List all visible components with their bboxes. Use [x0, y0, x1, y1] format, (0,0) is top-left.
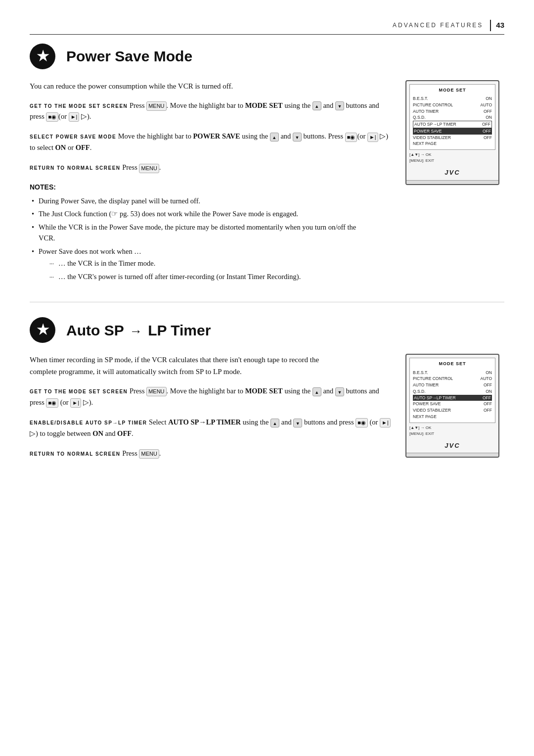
section2-header: ★ Auto SP → LP Timer: [30, 317, 504, 343]
screen-display-2: MODE SET B.E.S.T.ON PICTURE CONTROLAUTO …: [409, 358, 495, 423]
section1-header: ★ Power Save Mode: [30, 44, 504, 69]
note-sub-1: … the VCR is in the Timer mode.: [49, 258, 366, 269]
step3-label: RETURN TO NORMAL SCREEN: [30, 165, 121, 171]
section1-content: You can reduce the power consumption whi…: [30, 80, 504, 287]
page: ADVANCED FEATURES 43 ★ Power Save Mode Y…: [0, 0, 534, 756]
note-2: The Just Clock function (☞ pg. 53) does …: [30, 208, 366, 219]
screen1-row-nextpage: NEXT PAGE: [413, 141, 492, 147]
menu-icon: MENU: [146, 101, 166, 111]
section1-intro: You can reduce the power consumption whi…: [30, 80, 326, 92]
section1-step2: SELECT POWER SAVE MODE Move the highligh…: [30, 131, 391, 153]
screen1-row-best: B.E.S.T.ON: [413, 95, 492, 102]
section2-content: When timer recording in SP mode, if the …: [30, 354, 504, 468]
menu-icon2: MENU: [139, 164, 159, 173]
screen1-footer2: [MENU]: EXIT: [409, 158, 495, 164]
screen1-row-timer: AUTO TIMEROFF: [413, 108, 492, 115]
up-icon2: ▲: [270, 133, 279, 142]
section1-instructions: You can reduce the power consumption whi…: [30, 80, 391, 287]
screen-mockup-1: MODE SET B.E.S.T.ON PICTURE CONTROLAUTO …: [405, 80, 499, 185]
up-icon: ▲: [312, 101, 321, 110]
page-number: 43: [490, 20, 504, 31]
notes-list: During Power Save, the display panel wil…: [30, 195, 366, 282]
jvc-logo-2: JVC: [406, 441, 498, 451]
ok-icon2: ■◉: [345, 133, 357, 142]
notes-sub-list: … the VCR is in the Timer mode. … the VC…: [39, 258, 366, 282]
note-3: While the VCR is in the Power Save mode,…: [30, 222, 366, 244]
screen2-footer1: [▲▼] → OK: [409, 425, 495, 431]
section2-instructions: When timer recording in SP mode, if the …: [30, 354, 391, 468]
menu-icon-s2c: MENU: [139, 449, 159, 459]
up-icon-s2: ▲: [312, 387, 321, 396]
screen2-title: MODE SET: [413, 361, 492, 368]
notes-section: NOTES: During Power Save, the display pa…: [30, 182, 366, 282]
screen1-footer: [▲▼] → OK [MENU]: EXIT: [406, 150, 498, 166]
screen2-row-qsd: Q.S.D.ON: [413, 388, 492, 395]
section2-title: Auto SP → LP Timer: [66, 319, 211, 341]
page-header: ADVANCED FEATURES 43: [30, 20, 504, 35]
screen2-row-stabilizer: VIDEO STABILIZEROFF: [413, 407, 492, 414]
up-icon-s2b: ▲: [270, 419, 279, 427]
screen2-footer2: [MENU]: EXIT: [409, 431, 495, 437]
screen1-title: MODE SET: [413, 87, 492, 94]
screen2-row-picture: PICTURE CONTROLAUTO: [413, 376, 492, 382]
screen1-row-qsd: Q.S.D.ON: [413, 114, 492, 121]
screen2-row-best: B.E.S.T.ON: [413, 370, 492, 376]
step3-text: Press MENU.: [122, 163, 161, 171]
header-section-label: ADVANCED FEATURES: [393, 21, 483, 30]
down-icon-s2: ▼: [335, 387, 344, 396]
section-divider: [30, 302, 504, 302]
ok-icon: ■◉: [46, 112, 58, 122]
down-icon: ▼: [335, 101, 344, 110]
step1-label: GET TO THE MODE SET SCREEN: [30, 103, 128, 109]
section2-step1: GET TO THE MODE SET SCREEN Press MENU. M…: [30, 385, 391, 408]
section1-step1: GET TO THE MODE SET SCREEN Press MENU. M…: [30, 100, 391, 122]
screen-display-1: MODE SET B.E.S.T.ON PICTURE CONTROLAUTO …: [409, 84, 495, 150]
section1-screenshot: MODE SET B.E.S.T.ON PICTURE CONTROLAUTO …: [405, 80, 504, 287]
section1-step3: RETURN TO NORMAL SCREEN Press MENU.: [30, 162, 391, 173]
screen1-row-powersave: POWER SAVEOFF: [413, 128, 492, 135]
screen2-footer: [▲▼] → OK [MENU]: EXIT: [406, 423, 498, 439]
screen-mockup-2: MODE SET B.E.S.T.ON PICTURE CONTROLAUTO …: [405, 354, 499, 458]
screen1-row-stabilizer: VIDEO STABILIZEROFF: [413, 135, 492, 141]
down-icon-s2b: ▼: [293, 419, 302, 427]
star-icon: ★: [37, 46, 49, 67]
screen1-footer1: [▲▼] → OK: [409, 152, 495, 158]
s2-step1-label: GET TO THE MODE SET SCREEN: [30, 389, 128, 394]
note-1: During Power Save, the display panel wil…: [30, 195, 366, 206]
next-icon-s2: ►|: [70, 398, 81, 408]
next-icon-s2b: ►|: [380, 418, 391, 427]
s2-step3-label: RETURN TO NORMAL SCREEN: [30, 451, 121, 457]
s2-step3-text: Press MENU.: [122, 449, 161, 457]
star-icon-2: ★: [37, 320, 49, 340]
screen2-row-powersave: POWER SAVEOFF: [413, 401, 492, 407]
section1-icon: ★: [30, 44, 55, 69]
next-icon: ►|: [69, 112, 80, 122]
section2-icon: ★: [30, 317, 55, 343]
screen2-bottom: [406, 453, 498, 457]
section-power-save: ★ Power Save Mode You can reduce the pow…: [30, 44, 504, 287]
screen2-row-timer: AUTO TIMEROFF: [413, 382, 492, 388]
note-sub-2: … the VCR's power is turned off after ti…: [49, 271, 366, 282]
ok-icon-s2: ■◉: [46, 398, 58, 408]
screen2-row-autosp: AUTO SP→LP TIMEROFF: [413, 395, 492, 401]
s2-step2-label: ENABLE/DISABLE AUTO SP→LP TIMER: [30, 420, 147, 425]
jvc-logo-1: JVC: [406, 168, 498, 178]
screen1-row-picture: PICTURE CONTROLAUTO: [413, 102, 492, 108]
section1-title: Power Save Mode: [66, 45, 192, 67]
screen1-row-autosp: AUTO SP→LP TIMEROFF: [413, 121, 492, 128]
next-icon2: ►|: [367, 133, 378, 142]
section2-step2: ENABLE/DISABLE AUTO SP→LP TIMER Select A…: [30, 417, 391, 439]
note-4: Power Save does not work when … … the VC…: [30, 246, 366, 282]
section2-intro: When timer recording in SP mode, if the …: [30, 354, 326, 378]
ok-icon-s2b: ■◉: [356, 418, 368, 427]
section-auto-sp: ★ Auto SP → LP Timer When timer recordin…: [30, 317, 504, 468]
down-icon2: ▼: [293, 133, 302, 142]
step2-label: SELECT POWER SAVE MODE: [30, 134, 116, 140]
screen2-row-nextpage: NEXT PAGE: [413, 414, 492, 420]
notes-title: NOTES:: [30, 182, 366, 192]
screen1-bottom: [406, 180, 498, 184]
section2-step3: RETURN TO NORMAL SCREEN Press MENU.: [30, 448, 391, 459]
section2-screenshot: MODE SET B.E.S.T.ON PICTURE CONTROLAUTO …: [405, 354, 504, 468]
menu-icon-s2: MENU: [146, 387, 166, 396]
